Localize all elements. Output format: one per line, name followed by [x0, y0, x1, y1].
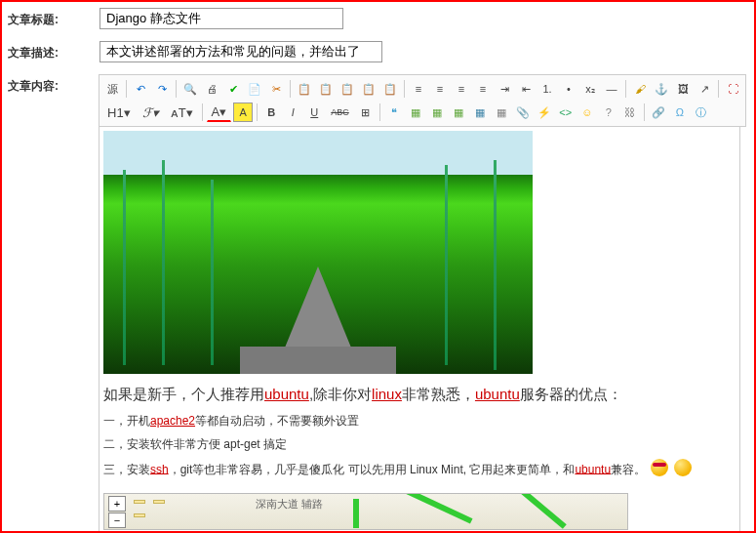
apache-link[interactable]: apache2: [150, 414, 195, 428]
ubuntu-link[interactable]: ubuntu: [264, 386, 309, 402]
map-block: [134, 513, 145, 517]
attachment-icon[interactable]: 📎: [513, 102, 533, 122]
text: 三，安装: [103, 462, 150, 475]
ssh-link[interactable]: ssh: [150, 462, 169, 475]
toolbar-row-1: 源 ↶ ↷ 🔍 🖨 ✔ 📄 ✂ 📋 📋 📋 📋 📋: [101, 77, 743, 101]
iframe-icon[interactable]: ▦: [492, 102, 511, 122]
align-left-icon[interactable]: ≡: [409, 79, 428, 99]
cut-icon[interactable]: ✂: [266, 79, 286, 99]
clean-format-icon[interactable]: 🖌: [630, 79, 650, 99]
zoom-in-button[interactable]: +: [108, 496, 126, 512]
map-road-segment: [510, 493, 566, 529]
paste-text-icon[interactable]: 📋: [338, 79, 357, 99]
emoticon-icon[interactable]: ☺: [577, 102, 597, 122]
text-color-icon[interactable]: A▾: [207, 102, 232, 122]
paste-word-icon[interactable]: 📋: [359, 79, 378, 99]
hr-icon[interactable]: —: [602, 79, 621, 99]
map-block: [134, 500, 145, 504]
strike-icon[interactable]: ABC: [326, 102, 354, 122]
separator: [176, 80, 177, 98]
field-desc: [99, 41, 754, 62]
map-road-segment: [399, 493, 472, 524]
copy-icon[interactable]: 📋: [295, 79, 314, 99]
label-content: 文章内容:: [2, 74, 99, 95]
ubuntu-link-2[interactable]: ubuntu: [475, 386, 520, 402]
text: ,除非你对: [309, 386, 372, 402]
find-icon[interactable]: 🔍: [180, 79, 200, 99]
align-justify-icon[interactable]: ≡: [473, 79, 493, 99]
row-title: 文章标题:: [2, 2, 754, 35]
source-icon[interactable]: 源: [102, 79, 122, 99]
font-dropdown[interactable]: ℱ▾: [138, 102, 164, 122]
redo-icon[interactable]: ↷: [152, 79, 172, 99]
special-char-icon[interactable]: Ω: [670, 102, 690, 122]
bamboo-stalk: [162, 160, 165, 365]
paragraph-3: 二，安装软件非常方便 apt-get 搞定: [103, 435, 736, 453]
text: 如果是新手，个人推荐用: [103, 386, 264, 402]
zoom-out-button[interactable]: −: [108, 512, 126, 528]
align-center-icon[interactable]: ≡: [430, 79, 450, 99]
desc-input[interactable]: [99, 41, 382, 62]
linux-link[interactable]: linux: [372, 386, 402, 402]
bamboo-stalk: [123, 170, 126, 365]
separator: [257, 103, 258, 121]
underline-icon[interactable]: U: [304, 102, 324, 122]
print-icon[interactable]: 🖨: [202, 79, 221, 99]
heading-dropdown[interactable]: H1▾: [102, 102, 136, 122]
text: 一，开机: [103, 414, 150, 428]
editor-container: 源 ↶ ↷ 🔍 🖨 ✔ 📄 ✂ 📋 📋 📋 📋 📋: [99, 74, 746, 533]
row-content: 文章内容: 源 ↶ ↷ 🔍 🖨 ✔ 📄 ✂ 📋 📋 📋: [2, 68, 754, 533]
remove-format-icon[interactable]: ⊞: [356, 102, 376, 122]
preview-icon[interactable]: 📄: [245, 79, 264, 99]
road-label: 深南大道 辅路: [256, 497, 323, 512]
help-icon[interactable]: ?: [599, 102, 618, 122]
map-widget[interactable]: + − 深南大道 辅路: [103, 493, 628, 530]
label-desc: 文章描述:: [2, 41, 99, 62]
spellcheck-icon[interactable]: ✔: [223, 79, 243, 99]
bg-color-icon[interactable]: A: [233, 102, 253, 122]
row-desc: 文章描述:: [2, 35, 754, 68]
separator: [404, 80, 405, 98]
subscript-icon[interactable]: x₂: [580, 79, 600, 99]
map-zoom-controls: + −: [108, 496, 126, 529]
undo-icon[interactable]: ↶: [131, 79, 150, 99]
editor-content-area[interactable]: 如果是新手，个人推荐用ubuntu,除非你对linux非常熟悉，ubuntu服务…: [99, 127, 740, 533]
table-icon[interactable]: ▦: [470, 102, 490, 122]
code-icon[interactable]: <>: [556, 102, 576, 122]
object2-icon[interactable]: ▦: [427, 102, 447, 122]
bamboo-image: [103, 131, 533, 374]
object3-icon[interactable]: ▦: [449, 102, 468, 122]
italic-icon[interactable]: I: [283, 102, 302, 122]
size-dropdown[interactable]: ᴀT▾: [166, 102, 198, 122]
title-input[interactable]: [99, 8, 343, 29]
paragraph-1: 如果是新手，个人推荐用ubuntu,除非你对linux非常熟悉，ubuntu服务…: [103, 384, 736, 406]
anchor-icon[interactable]: ⚓: [652, 79, 671, 99]
align-right-icon[interactable]: ≡: [452, 79, 471, 99]
unordered-list-icon[interactable]: •: [559, 79, 578, 99]
bamboo-stalk: [211, 180, 214, 365]
outdent-icon[interactable]: ⇤: [516, 79, 536, 99]
paste-icon[interactable]: 📋: [316, 79, 336, 99]
separator: [290, 80, 291, 98]
image-icon[interactable]: 🖼: [673, 79, 693, 99]
editor-toolbar: 源 ↶ ↷ 🔍 🖨 ✔ 📄 ✂ 📋 📋 📋 📋 📋: [99, 74, 746, 127]
about-icon[interactable]: ⓘ: [692, 102, 711, 122]
blockquote-icon[interactable]: ❝: [384, 102, 404, 122]
smile-emoji-icon: [674, 459, 692, 476]
label-title: 文章标题:: [2, 8, 99, 28]
ubuntu-link-3[interactable]: ubuntu: [575, 462, 611, 475]
ordered-list-icon[interactable]: 1.: [537, 79, 557, 99]
paste-special-icon[interactable]: 📋: [380, 79, 400, 99]
bold-icon[interactable]: B: [261, 102, 281, 122]
map-block: [153, 500, 165, 504]
page-frame: 文章标题: 文章描述: 文章内容: 源 ↶ ↷ 🔍 🖨 ✔: [0, 0, 756, 533]
maximize-icon[interactable]: ⛶: [723, 79, 742, 99]
separator: [625, 80, 626, 98]
flash-icon[interactable]: ⚡: [535, 102, 554, 122]
link-icon[interactable]: 🔗: [649, 102, 668, 122]
map-road-segment: [353, 499, 359, 528]
unlink-icon[interactable]: ⛓: [620, 102, 640, 122]
object1-icon[interactable]: ▦: [406, 102, 425, 122]
indent-icon[interactable]: ⇥: [495, 79, 514, 99]
arrow-icon[interactable]: ↗: [695, 79, 714, 99]
